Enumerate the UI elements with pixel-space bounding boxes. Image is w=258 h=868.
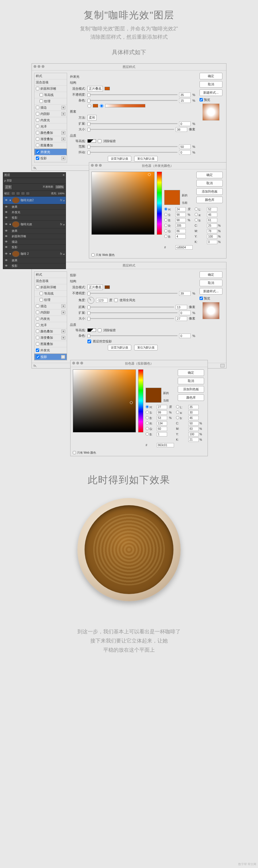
blend-options[interactable]: 混合选项 [34, 278, 67, 284]
method-select[interactable]: 柔和 [87, 115, 96, 120]
add-icon[interactable]: + [61, 330, 65, 333]
m-input[interactable]: 83 [188, 427, 199, 431]
layer-effect[interactable]: 👁投影 [3, 245, 66, 250]
add-icon[interactable]: + [61, 156, 65, 160]
b-radio[interactable] [146, 416, 149, 419]
b-input[interactable]: 53 [157, 416, 167, 420]
style-bevel[interactable]: 斜面和浮雕 [34, 284, 67, 290]
style-pattern-overlay[interactable]: 图案叠加 [34, 143, 67, 149]
panel-menu-icon[interactable]: ≡ [63, 174, 64, 177]
style-drop-shadow[interactable]: 投影+ [34, 155, 67, 162]
layer-effect[interactable]: 👁斜面和浮雕 [3, 234, 66, 239]
noise-slider[interactable] [87, 335, 177, 336]
range-input[interactable]: 50 [179, 145, 191, 149]
layer-effect[interactable]: 👁外发光 [3, 210, 66, 215]
k-input[interactable]: 0 [207, 240, 217, 244]
visibility-icon[interactable]: 👁 [4, 229, 8, 232]
opacity-input[interactable]: 100% [55, 185, 64, 189]
fx-badge[interactable]: fx ▴ [60, 198, 64, 202]
layer-effect[interactable]: 👁效果 [3, 204, 66, 210]
visibility-icon[interactable]: 👁 [4, 264, 8, 267]
s-radio[interactable] [146, 411, 149, 414]
add-icon[interactable]: + [61, 355, 65, 359]
visibility-icon[interactable]: 👁 [4, 211, 8, 214]
s-radio[interactable] [164, 213, 167, 216]
style-outer-glow[interactable]: 外发光 [34, 149, 67, 155]
r-input[interactable]: 205 [175, 223, 186, 228]
lab-b-input[interactable]: 61 [207, 218, 217, 222]
a-input[interactable]: 46 [207, 213, 217, 217]
visibility-icon[interactable]: 👁 [4, 259, 8, 262]
color-libs-button[interactable]: 颜色库 [178, 394, 204, 401]
layer-item[interactable]: 👁▾咖啡光效fx ▴ [3, 221, 66, 228]
b-input[interactable]: 98 [175, 218, 186, 222]
add-icon[interactable]: + [61, 137, 65, 141]
add-swatch-button[interactable]: 添加到色板 [178, 386, 204, 393]
jitter-slider[interactable] [87, 152, 177, 153]
add-icon[interactable]: + [61, 112, 65, 116]
angle-dial[interactable] [87, 297, 94, 304]
blendmode-select[interactable]: 正片叠底 [87, 284, 103, 290]
s-input[interactable]: 99 [157, 410, 167, 415]
bv-input[interactable]: 4 [175, 235, 186, 239]
r-radio[interactable] [146, 422, 149, 425]
color-swatch[interactable] [105, 285, 110, 289]
style-color-overlay[interactable]: 颜色叠加+ [34, 130, 67, 136]
opacity-input[interactable]: 35 [179, 93, 191, 97]
add-icon[interactable]: + [61, 304, 65, 308]
l-radio[interactable] [195, 208, 198, 211]
opacity-slider[interactable] [87, 293, 177, 294]
styles-header[interactable]: 样式 [34, 272, 67, 278]
visibility-icon[interactable]: 👁 [4, 198, 8, 202]
layers-tab[interactable]: 图层 [4, 173, 10, 177]
visibility-icon[interactable]: 👁 [4, 205, 8, 208]
lock-icon[interactable] [21, 192, 25, 195]
color-libs-button[interactable]: 颜色库 [196, 196, 223, 203]
ok-button[interactable]: 确定 [200, 271, 223, 278]
hex-input[interactable]: 863c01 [157, 443, 174, 447]
gradient-picker[interactable] [105, 104, 145, 107]
style-inner-shadow[interactable]: 内阴影+ [34, 111, 67, 117]
style-stroke[interactable]: 描边+ [34, 104, 67, 111]
solid-radio[interactable] [87, 104, 91, 108]
window-controls[interactable] [72, 362, 84, 365]
h-input[interactable]: 27 [157, 405, 167, 409]
h-radio[interactable] [164, 208, 167, 211]
spread-slider[interactable] [87, 123, 177, 124]
y-input[interactable]: 100 [207, 235, 217, 239]
cancel-button[interactable]: 取消 [178, 378, 204, 384]
noise-input[interactable]: 15 [179, 98, 191, 103]
angle-input[interactable]: -123 [96, 298, 108, 303]
fx-badge[interactable]: fx ▴ [60, 252, 64, 255]
lab-b-radio[interactable] [176, 416, 179, 419]
lock-icon[interactable] [16, 192, 20, 195]
visibility-icon[interactable]: 👁 [4, 246, 8, 249]
color-swatch[interactable] [105, 87, 110, 90]
hue-slider[interactable] [157, 172, 162, 235]
fx-icon[interactable]: fx‚ [33, 166, 37, 169]
add-icon[interactable]: + [61, 131, 65, 135]
visibility-icon[interactable]: 👁 [4, 240, 8, 243]
opacity-slider[interactable] [87, 94, 177, 95]
h-input[interactable]: 24 [175, 207, 186, 212]
a-radio[interactable] [176, 411, 179, 414]
set-default-button[interactable]: 设置为默认值 [108, 156, 131, 162]
anti-alias-check[interactable] [98, 139, 102, 143]
new-style-button[interactable]: 新建样式... [200, 288, 223, 294]
fill-input[interactable]: 100% [58, 192, 64, 195]
expand-icon[interactable]: ▾ [9, 198, 11, 202]
style-contour[interactable]: 等高线 [34, 92, 67, 98]
visibility-icon[interactable]: 👁 [4, 252, 8, 255]
style-inner-shadow[interactable]: 内阴影+ [34, 309, 67, 316]
visibility-icon[interactable]: 👁 [4, 235, 8, 238]
distance-input[interactable]: 13 [176, 305, 187, 309]
style-drop-shadow[interactable]: 投影+ [34, 353, 67, 360]
layer-effect[interactable]: 👁描边 [3, 239, 66, 245]
ok-button[interactable]: 确定 [196, 172, 223, 178]
jitter-input[interactable]: 0 [179, 150, 191, 155]
g-input[interactable]: 60 [157, 427, 167, 431]
y-input[interactable]: 100 [188, 432, 199, 436]
layer-effect[interactable]: 👁投影 [3, 264, 66, 269]
visibility-icon[interactable]: 👁 [4, 223, 8, 226]
visibility-icon[interactable]: 👁 [4, 216, 8, 219]
